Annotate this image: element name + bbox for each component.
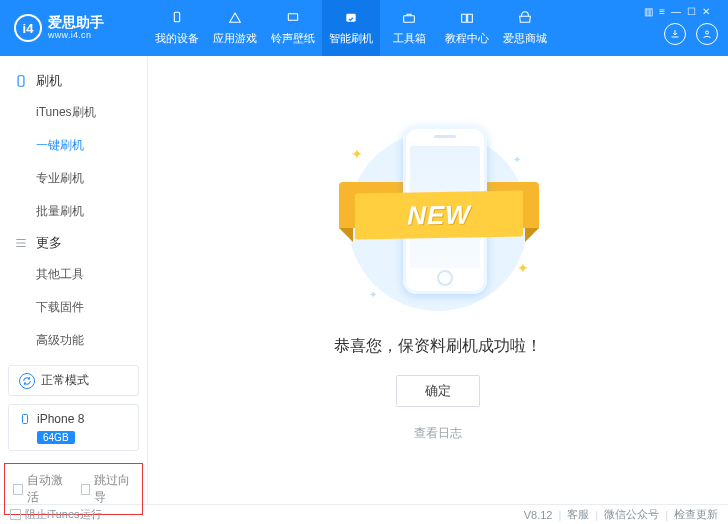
refresh-icon — [19, 373, 35, 389]
phone-small-icon — [19, 411, 31, 427]
sidebar-group-title: 刷机 — [36, 72, 62, 90]
menu-icon[interactable]: ▥ — [644, 6, 653, 17]
sidebar-group-flash[interactable]: 刷机 — [0, 66, 147, 96]
device-name: iPhone 8 — [37, 412, 84, 426]
mode-label: 正常模式 — [41, 372, 89, 389]
mode-status[interactable]: 正常模式 — [8, 365, 139, 396]
sidebar-item-batch-flash[interactable]: 批量刷机 — [0, 195, 147, 228]
nav-label: 智能刷机 — [329, 31, 373, 46]
wechat-link[interactable]: 微信公众号 — [604, 507, 659, 522]
minimize-icon[interactable]: — — [671, 6, 681, 17]
tray-icon[interactable]: ≡ — [659, 6, 665, 17]
flash-icon — [341, 11, 361, 27]
sidebar: 刷机 iTunes刷机 一键刷机 专业刷机 批量刷机 更多 其他工具 下载固件 … — [0, 56, 148, 504]
checkbox-label: 阻止iTunes运行 — [25, 507, 102, 522]
brand-name: 爱思助手 — [48, 15, 104, 30]
download-button[interactable] — [664, 23, 686, 45]
skip-guide-checkbox[interactable]: 跳过向导 — [81, 472, 135, 506]
phone-icon — [14, 74, 28, 88]
nav-label: 铃声壁纸 — [271, 31, 315, 46]
svg-rect-5 — [18, 76, 24, 87]
sidebar-group-title: 更多 — [36, 234, 62, 252]
checkbox-label: 自动激活 — [27, 472, 67, 506]
nav-label: 工具箱 — [393, 31, 426, 46]
ok-button[interactable]: 确定 — [396, 375, 480, 407]
support-link[interactable]: 客服 — [567, 507, 589, 522]
view-log-link[interactable]: 查看日志 — [414, 425, 462, 442]
sidebar-group-more[interactable]: 更多 — [0, 228, 147, 258]
checkbox-icon — [10, 509, 21, 520]
nav-my-device[interactable]: 我的设备 — [148, 0, 206, 56]
storage-badge: 64GB — [37, 431, 75, 444]
book-icon — [457, 11, 477, 27]
sidebar-item-oneclick-flash[interactable]: 一键刷机 — [0, 129, 147, 162]
svg-rect-1 — [288, 13, 297, 20]
top-nav: 我的设备 应用游戏 铃声壁纸 智能刷机 工具箱 教程中心 爱思商城 — [148, 0, 636, 56]
ribbon-text: NEW — [407, 199, 471, 231]
sidebar-item-other-tools[interactable]: 其他工具 — [0, 258, 147, 291]
brand-logo-icon: i4 — [14, 14, 42, 42]
main-content: ✦✦✦✦ NEW 恭喜您，保资料刷机成功啦！ 确定 查看日志 — [148, 56, 728, 504]
success-illustration: ✦✦✦✦ NEW — [333, 118, 543, 318]
sidebar-item-itunes-flash[interactable]: iTunes刷机 — [0, 96, 147, 129]
nav-tutorials[interactable]: 教程中心 — [438, 0, 496, 56]
block-itunes-checkbox[interactable]: 阻止iTunes运行 — [10, 507, 102, 522]
svg-rect-3 — [404, 15, 415, 22]
sidebar-item-pro-flash[interactable]: 专业刷机 — [0, 162, 147, 195]
nav-label: 教程中心 — [445, 31, 489, 46]
sidebar-item-download-firmware[interactable]: 下载固件 — [0, 291, 147, 324]
app-body: 刷机 iTunes刷机 一键刷机 专业刷机 批量刷机 更多 其他工具 下载固件 … — [0, 56, 728, 504]
checkbox-icon — [13, 484, 23, 495]
nav-store[interactable]: 爱思商城 — [496, 0, 554, 56]
brand-url: www.i4.cn — [48, 31, 104, 41]
sidebar-item-advanced[interactable]: 高级功能 — [0, 324, 147, 357]
nav-toolbox[interactable]: 工具箱 — [380, 0, 438, 56]
svg-rect-6 — [23, 415, 28, 424]
checkbox-label: 跳过向导 — [94, 472, 134, 506]
close-icon[interactable]: ✕ — [702, 6, 710, 17]
maximize-icon[interactable]: ☐ — [687, 6, 696, 17]
svg-rect-0 — [174, 12, 179, 21]
list-icon — [14, 236, 28, 250]
nav-ringtones[interactable]: 铃声壁纸 — [264, 0, 322, 56]
user-button[interactable] — [696, 23, 718, 45]
checkbox-icon — [81, 484, 91, 495]
nav-label: 应用游戏 — [213, 31, 257, 46]
nav-label: 我的设备 — [155, 31, 199, 46]
toolbox-icon — [399, 11, 419, 27]
nav-apps[interactable]: 应用游戏 — [206, 0, 264, 56]
version-label: V8.12 — [524, 509, 553, 521]
check-update-link[interactable]: 检查更新 — [674, 507, 718, 522]
nav-flash[interactable]: 智能刷机 — [322, 0, 380, 56]
header-right: ▥ ≡ — ☐ ✕ — [636, 0, 728, 56]
brand-block: i4 爱思助手 www.i4.cn — [0, 14, 148, 42]
wallpaper-icon — [283, 11, 303, 27]
device-icon — [167, 11, 187, 27]
success-message: 恭喜您，保资料刷机成功啦！ — [334, 336, 542, 357]
apps-icon — [225, 11, 245, 27]
window-controls: ▥ ≡ — ☐ ✕ — [636, 0, 718, 17]
device-status[interactable]: iPhone 8 64GB — [8, 404, 139, 451]
svg-point-4 — [706, 31, 709, 34]
store-icon — [515, 11, 535, 27]
nav-label: 爱思商城 — [503, 31, 547, 46]
auto-activate-checkbox[interactable]: 自动激活 — [13, 472, 67, 506]
app-header: i4 爱思助手 www.i4.cn 我的设备 应用游戏 铃声壁纸 智能刷机 工具… — [0, 0, 728, 56]
new-ribbon: NEW — [355, 191, 523, 240]
